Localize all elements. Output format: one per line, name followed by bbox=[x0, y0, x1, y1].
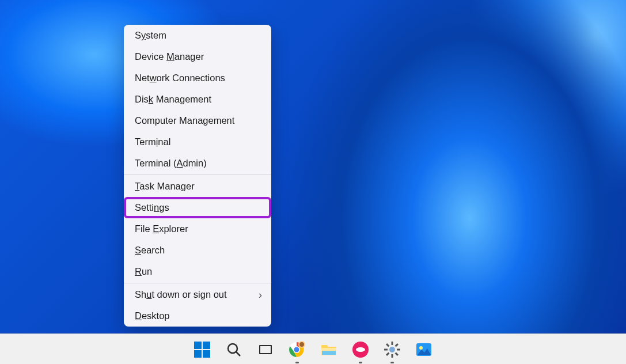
menu-separator bbox=[124, 283, 271, 283]
menu-item-task-manager[interactable]: Task Manager bbox=[124, 176, 271, 197]
svg-point-18 bbox=[389, 347, 395, 352]
menu-item-shut-down-or-sign-out[interactable]: Shut down or sign out bbox=[124, 284, 271, 305]
winx-context-menu: SystemDevice ManagerNetwork ConnectionsD… bbox=[124, 25, 271, 327]
menu-item-desktop[interactable]: Desktop bbox=[124, 305, 271, 327]
menu-item-device-manager[interactable]: Device Manager bbox=[124, 46, 271, 67]
svg-point-28 bbox=[419, 346, 423, 350]
svg-rect-4 bbox=[203, 350, 210, 358]
svg-rect-26 bbox=[395, 352, 399, 356]
svg-rect-15 bbox=[322, 351, 336, 355]
search-button[interactable] bbox=[222, 338, 245, 361]
file-explorer-icon[interactable] bbox=[317, 338, 340, 361]
menu-item-computer-management[interactable]: Computer Management bbox=[124, 110, 271, 131]
svg-line-6 bbox=[236, 352, 240, 356]
task-view-button[interactable] bbox=[254, 338, 277, 361]
svg-rect-3 bbox=[194, 350, 202, 358]
menu-item-file-explorer[interactable]: File Explorer bbox=[124, 218, 271, 240]
start-button[interactable] bbox=[191, 338, 214, 361]
svg-point-11 bbox=[294, 347, 299, 352]
menu-item-terminal-admin[interactable]: Terminal (Admin) bbox=[124, 153, 271, 174]
menu-item-disk-management[interactable]: Disk Management bbox=[124, 89, 271, 110]
taskbar bbox=[0, 333, 626, 364]
chrome-icon[interactable] bbox=[286, 338, 309, 361]
svg-rect-8 bbox=[260, 346, 271, 353]
svg-rect-2 bbox=[203, 342, 210, 349]
svg-point-5 bbox=[228, 344, 237, 353]
photos-icon[interactable] bbox=[412, 338, 435, 361]
svg-point-13 bbox=[299, 342, 304, 347]
svg-point-17 bbox=[356, 347, 365, 352]
desktop-wallpaper bbox=[0, 0, 626, 364]
svg-rect-23 bbox=[395, 343, 399, 347]
menu-item-network-connections[interactable]: Network Connections bbox=[124, 67, 271, 89]
app-kiss-icon[interactable] bbox=[349, 338, 372, 361]
svg-rect-20 bbox=[392, 354, 393, 358]
svg-rect-19 bbox=[392, 342, 393, 345]
menu-item-terminal[interactable]: Terminal bbox=[124, 131, 271, 153]
menu-separator bbox=[124, 175, 271, 175]
menu-item-search[interactable]: Search bbox=[124, 240, 271, 261]
menu-item-system[interactable]: System bbox=[124, 25, 271, 46]
svg-rect-24 bbox=[386, 352, 389, 356]
svg-rect-1 bbox=[194, 342, 202, 349]
menu-item-run[interactable]: Run bbox=[124, 261, 271, 282]
svg-rect-22 bbox=[397, 349, 400, 351]
svg-rect-25 bbox=[386, 343, 389, 347]
svg-rect-21 bbox=[384, 349, 388, 351]
settings-icon[interactable] bbox=[381, 338, 404, 361]
menu-item-settings[interactable]: Settings bbox=[124, 197, 271, 218]
